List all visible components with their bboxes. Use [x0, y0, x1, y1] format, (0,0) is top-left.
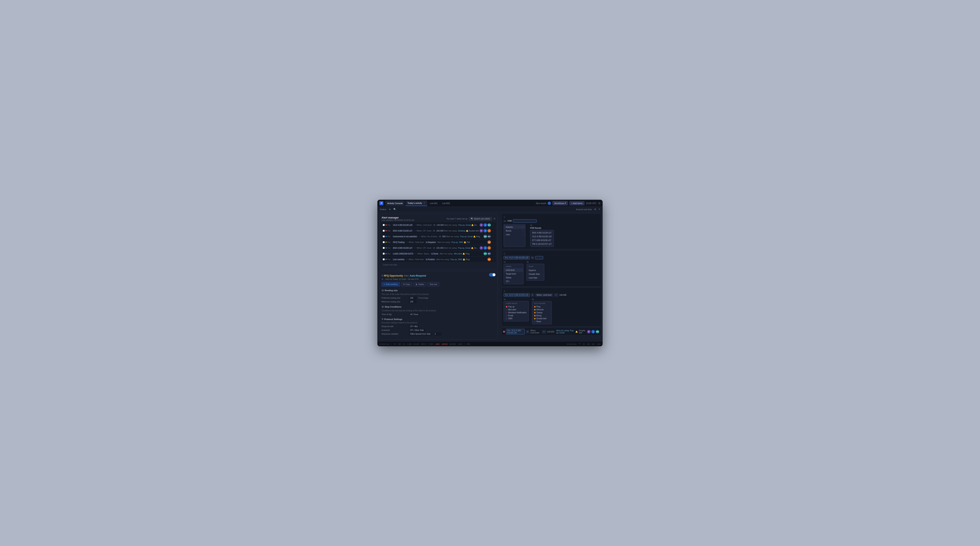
- bottom-value: 0.783: [428, 343, 433, 345]
- windows-notif-option[interactable]: Windows Notification: [506, 311, 527, 314]
- industry-item[interactable]: Industry ›: [504, 225, 525, 229]
- for-chip-3[interactable]: For: VLO 4.350 6/1/28 c28: [504, 293, 530, 297]
- tab-todays-activity[interactable]: Today's activity ✕: [406, 201, 427, 206]
- for-chip-2[interactable]: For: VLO 4.350 6/1/28 c28: [504, 256, 530, 259]
- whoosh-option[interactable]: Whoosh: [534, 308, 549, 311]
- alert-text: For: VLO 4.350 6/1/28 c28 × When: Limit …: [387, 224, 479, 226]
- tab-list002[interactable]: List 002: [440, 201, 452, 206]
- edit-workflow-button[interactable]: ✏ Edit workflow: [382, 282, 400, 287]
- sms-option[interactable]: SMS: [506, 317, 527, 320]
- alert-checkbox[interactable]: [383, 224, 385, 226]
- sub-item[interactable]: VLO 4.350 6/1/28 c28: [530, 235, 554, 239]
- test-rule-button[interactable]: Test rule: [427, 282, 439, 287]
- wf-then-label: then: [404, 274, 409, 277]
- search-icon[interactable]: 🔍: [393, 208, 396, 210]
- chip-x[interactable]: ×: [531, 256, 534, 259]
- op-symbols[interactable]: = > <: [527, 265, 544, 269]
- when-chip-3[interactable]: When: Limit level: [535, 293, 553, 297]
- bottom-value: 1,090: [407, 343, 412, 345]
- chip-x-preview[interactable]: ×: [526, 330, 529, 333]
- workflow-toggle[interactable]: [489, 273, 496, 277]
- preview-for-chip[interactable]: For: VLO 4.350 6/1/28 c28: [506, 329, 525, 334]
- none-option[interactable]: None: [534, 320, 549, 323]
- chip-x-3[interactable]: ×: [531, 293, 534, 297]
- limit-level-item[interactable]: Limit level: [504, 268, 523, 272]
- op-chip-3[interactable]: =: [554, 293, 558, 297]
- sub-item[interactable]: ET 5.000 6/15/38 c37: [530, 239, 554, 242]
- sub-item[interactable]: BSX 4.000 3/1/28 c27: [530, 231, 554, 235]
- sub-title: FOR /bonds: [530, 227, 554, 229]
- when-title: WHEN: [504, 265, 523, 268]
- for-search-input[interactable]: [513, 219, 537, 223]
- alert-checkbox[interactable]: [383, 253, 385, 255]
- alert-checkbox[interactable]: [383, 241, 385, 243]
- boing-option[interactable]: Boing: [534, 314, 549, 317]
- when-search-input[interactable]: [535, 256, 543, 259]
- amend-root-time[interactable]: Amend root time: [576, 208, 592, 210]
- tab-list001[interactable]: List 001: [428, 201, 440, 206]
- tab-label: List 001: [430, 202, 438, 204]
- email-option[interactable]: Email: [506, 314, 527, 317]
- cp-plus-item[interactable]: CP+: [504, 280, 523, 283]
- zero-touch-label: Zero touch: [536, 202, 546, 204]
- tab-close-icon[interactable]: ✕: [423, 202, 425, 204]
- alert-menu-button[interactable]: ⋮: [492, 252, 495, 255]
- tab-label: Today's activity: [407, 202, 422, 204]
- trash-icon: 🗑: [415, 283, 417, 285]
- target-level-item[interactable]: Target level: [504, 272, 523, 276]
- alert-checkbox[interactable]: [383, 236, 385, 237]
- close-alert-manager-button[interactable]: ✕: [493, 217, 496, 220]
- main-content: Alert manager Last updated 10/10/2022 at…: [377, 212, 603, 342]
- alert-status-dot: [385, 236, 387, 237]
- alert-menu-button[interactable]: ⋮: [492, 246, 495, 250]
- left-panel: Alert manager Last updated 10/10/2022 at…: [377, 212, 500, 342]
- lists-item[interactable]: Lists ›: [504, 233, 525, 236]
- respond-with-label: Respond with: [382, 325, 407, 328]
- alert-manager-panel: Alert manager Last updated 10/10/2022 at…: [379, 214, 498, 269]
- expand-icon[interactable]: ⊞: [594, 208, 596, 210]
- settings-icon[interactable]: ⚙: [598, 202, 601, 205]
- sub-label-2a: 2a.: [504, 261, 523, 263]
- alert-menu-button[interactable]: ⋮: [492, 258, 495, 261]
- alert-manager-header: Alert manager Last updated 10/10/2022 at…: [382, 216, 496, 221]
- filter-icon[interactable]: ▼: [389, 208, 391, 210]
- search-alerts-button[interactable]: 🔍 Search your alerts: [469, 217, 492, 220]
- status-item[interactable]: Status: [504, 276, 523, 280]
- alert-menu-button[interactable]: ⋮: [492, 235, 495, 238]
- alert-checkbox[interactable]: [383, 230, 385, 232]
- greater-than-item[interactable]: Greater than: [527, 272, 544, 276]
- delete-workflow-button[interactable]: 🗑 Delete: [413, 282, 426, 287]
- preview-avatars: P J WN: [587, 330, 599, 333]
- bottom-value: 183.850: [450, 343, 456, 345]
- sub-item[interactable]: PM 3.125 8/17/27 c27: [530, 242, 554, 246]
- last-updated: Last updated 10/10/2022 at 10:22 am: [382, 219, 414, 221]
- radio-empty: [506, 312, 508, 314]
- tab-activity-console[interactable]: Activity Console: [385, 201, 405, 206]
- workflows-button[interactable]: Workflows ▾: [552, 201, 568, 205]
- wf-if-label: If: [382, 274, 383, 277]
- for-label-1a: 1a.: [504, 220, 506, 222]
- ping-option[interactable]: Ping: [534, 305, 549, 308]
- equal-to-item[interactable]: Equal to: [527, 269, 544, 272]
- double-bell-option[interactable]: Double bell: [534, 317, 549, 320]
- less-than-item[interactable]: Less than: [527, 276, 544, 280]
- sweep-option[interactable]: Sweep: [534, 311, 549, 314]
- mini-alert-option[interactable]: Mini alert: [506, 308, 527, 311]
- edit-icon: ✏: [384, 283, 385, 285]
- create-alert-button[interactable]: Create new alert: [382, 263, 496, 267]
- close-bar-icon[interactable]: ✕: [598, 208, 600, 210]
- alert-menu-button[interactable]: ⋮: [492, 240, 495, 244]
- copy-workflow-button[interactable]: ⧉ Copy: [401, 282, 412, 287]
- divider: [464, 343, 465, 345]
- bottom-value: 225.37: [421, 343, 426, 345]
- alert-checkbox[interactable]: [383, 247, 385, 249]
- sound-sub-area: 3b. PLAY SOUND Ping Whoosh: [532, 298, 552, 324]
- avatar: P: [479, 246, 483, 250]
- popup-option[interactable]: Pop up: [506, 305, 527, 308]
- alert-checkbox[interactable]: [383, 258, 385, 260]
- bonds-item[interactable]: Bonds ›: [504, 229, 525, 233]
- alert-menu-button[interactable]: ⋮: [492, 229, 495, 232]
- alert-menu-button[interactable]: ⋮: [492, 223, 495, 226]
- avatar: J: [484, 223, 487, 227]
- add-items-button[interactable]: + Add items: [570, 201, 584, 205]
